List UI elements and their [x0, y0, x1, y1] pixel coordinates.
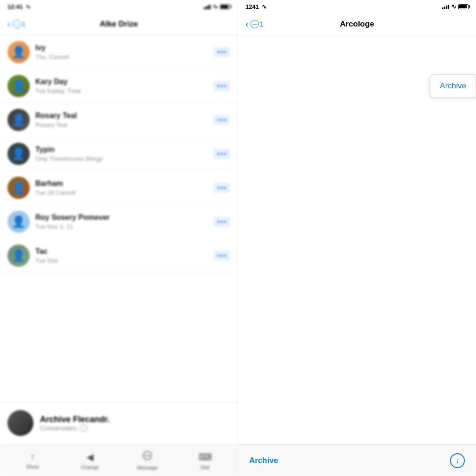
contact-info-3: Rosary Teal Rosary Teal	[35, 112, 208, 128]
right-nav-badge: — 1	[251, 20, 264, 28]
left-panel: 12:41 ∿ ∿ ‹ — 1 Alke	[0, 0, 238, 476]
contact-item-6[interactable]: 👤 Roy Sosery Pomever Tue Nov 3, 21	[0, 205, 238, 239]
popup-sub: Conversates. i	[40, 424, 230, 432]
right-nav-bar: ‹ — 1 Arcologe	[238, 13, 476, 35]
right-battery-icon	[458, 4, 469, 9]
toolbar-item-show[interactable]: ↑ Show	[4, 451, 61, 469]
contact-sub-6: Tue Nov 3, 21	[35, 223, 208, 230]
toolbar-item-message[interactable]: Message	[119, 450, 177, 470]
contact-action-4[interactable]	[213, 149, 230, 159]
contact-name-3: Rosary Teal	[35, 112, 208, 120]
action-dots-7	[218, 255, 226, 257]
share-icon: ↑	[30, 451, 35, 462]
contact-sub-1: Thu, Cassell	[35, 53, 208, 60]
contact-item-4[interactable]: 👤 Typin Only Thandresses Blingp	[0, 137, 238, 171]
contact-action-6[interactable]	[213, 217, 230, 227]
contact-item-5[interactable]: 👤 Barham Tue 28 Cassell	[0, 171, 238, 205]
left-signal-icon	[204, 4, 211, 9]
left-wifi-icon2: ∿	[212, 3, 218, 10]
contact-action-5[interactable]	[213, 183, 230, 193]
archive-bottom-label: Archive	[249, 456, 278, 465]
action-dots-5	[218, 187, 226, 189]
message-icon	[142, 450, 152, 463]
contact-item-7[interactable]: 👤 Tac Tue Gist	[0, 239, 238, 273]
left-battery-icon	[220, 4, 230, 9]
left-wifi-icon: ∿	[26, 3, 31, 10]
contact-name-6: Roy Sosery Pomever	[35, 213, 208, 222]
contact-sub-3: Rosary Teal	[35, 121, 208, 128]
contact-action-2[interactable]	[213, 81, 230, 91]
contact-action-7[interactable]	[213, 251, 230, 261]
toolbar-item-dial[interactable]: ⌨ Dial	[176, 451, 234, 470]
toolbar-show-label: Show	[26, 464, 39, 469]
left-status-bar: 12:41 ∿ ∿	[0, 0, 238, 13]
avatar-3: 👤	[7, 109, 30, 131]
avatar-1: 👤	[7, 41, 30, 63]
right-panel: 1241 ∿ ∿ ‹ — 1 Arcol	[238, 0, 476, 476]
popup-avatar	[7, 410, 33, 436]
toolbar-item-change[interactable]: ◀ Change	[61, 451, 119, 470]
avatar-5: 👤	[7, 177, 30, 199]
left-bottom-toolbar: ↑ Show ◀ Change Message ⌨ Dial	[0, 444, 238, 476]
archive-bottom-button[interactable]: Archive	[249, 456, 278, 465]
contact-name-4: Typin	[35, 145, 208, 154]
svg-point-3	[149, 455, 150, 456]
contact-info-7: Tac Tue Gist	[35, 247, 208, 264]
contact-name-5: Barham	[35, 179, 208, 188]
avatar-2: 👤	[7, 75, 30, 97]
avatar-4: 👤	[7, 143, 30, 165]
contact-sub-2: Tue Kaday, Treal	[35, 87, 208, 94]
archive-popup-label: Archive	[440, 81, 466, 90]
contact-name-2: Kary Day	[35, 78, 208, 86]
avatar-7: 👤	[7, 245, 30, 267]
bottom-popup: Archive Flecandr. Conversates. i	[0, 402, 238, 443]
popup-sub-text: Conversates.	[40, 424, 78, 432]
right-wifi-icon: ∿	[451, 3, 456, 10]
right-bottom-toolbar: Archive ↓	[238, 444, 476, 476]
popup-info: Archive Flecandr. Conversates. i	[40, 415, 230, 432]
change-icon: ◀	[86, 451, 93, 463]
svg-point-2	[147, 455, 148, 456]
left-nav-title: Alke Drize	[99, 20, 138, 29]
left-badge-circle: —	[13, 20, 21, 28]
action-dots-4	[218, 153, 226, 155]
right-content-area	[238, 35, 476, 476]
right-clock: 1241	[245, 3, 259, 10]
toolbar-change-label: Change	[81, 464, 99, 470]
contact-item-3[interactable]: 👤 Rosary Teal Rosary Teal	[0, 103, 238, 137]
left-nav-bar: ‹ — 1 Alke Drize	[0, 13, 238, 35]
popup-name: Archive Flecandr.	[40, 415, 230, 424]
toolbar-dial-label: Dial	[201, 464, 210, 470]
contact-item-2[interactable]: 👤 Kary Day Tue Kaday, Treal	[0, 69, 238, 103]
left-nav-badge: — 1	[13, 20, 26, 28]
download-icon-symbol: ↓	[456, 456, 459, 465]
contact-name-7: Tac	[35, 247, 208, 256]
contact-sub-7: Tue Gist	[35, 257, 208, 264]
right-wifi-status-icon: ∿	[262, 3, 267, 10]
contact-action-1[interactable]	[213, 47, 230, 57]
left-chevron-icon: ‹	[7, 19, 11, 29]
contact-info-5: Barham Tue 28 Cassell	[35, 179, 208, 196]
info-circle-icon: i	[80, 424, 87, 432]
right-chevron-icon: ‹	[245, 19, 249, 29]
contact-item-1[interactable]: 👤 Ivy Thu, Cassell	[0, 35, 238, 69]
right-status-bar: 1241 ∿ ∿	[238, 0, 476, 13]
left-badge-count: 1	[22, 20, 26, 28]
right-time: 1241 ∿	[245, 3, 267, 10]
contact-info-4: Typin Only Thandresses Blingp	[35, 145, 208, 162]
contact-sub-5: Tue 28 Cassell	[35, 189, 208, 196]
action-dots-6	[218, 221, 226, 223]
archive-popup[interactable]: Archive	[430, 74, 476, 98]
contact-info-2: Kary Day Tue Kaday, Treal	[35, 78, 208, 94]
contact-action-3[interactable]	[213, 115, 230, 125]
contact-info-6: Roy Sosery Pomever Tue Nov 3, 21	[35, 213, 208, 230]
right-back-button[interactable]: ‹ — 1	[245, 19, 264, 29]
action-dots-2	[218, 85, 226, 87]
right-badge-count: 1	[260, 20, 264, 28]
toolbar-message-label: Message	[137, 465, 158, 470]
download-button[interactable]: ↓	[450, 453, 465, 468]
contact-name-1: Ivy	[35, 44, 208, 52]
dial-icon: ⌨	[198, 451, 212, 463]
action-dots-1	[218, 51, 226, 53]
left-back-button[interactable]: ‹ — 1	[7, 19, 26, 29]
